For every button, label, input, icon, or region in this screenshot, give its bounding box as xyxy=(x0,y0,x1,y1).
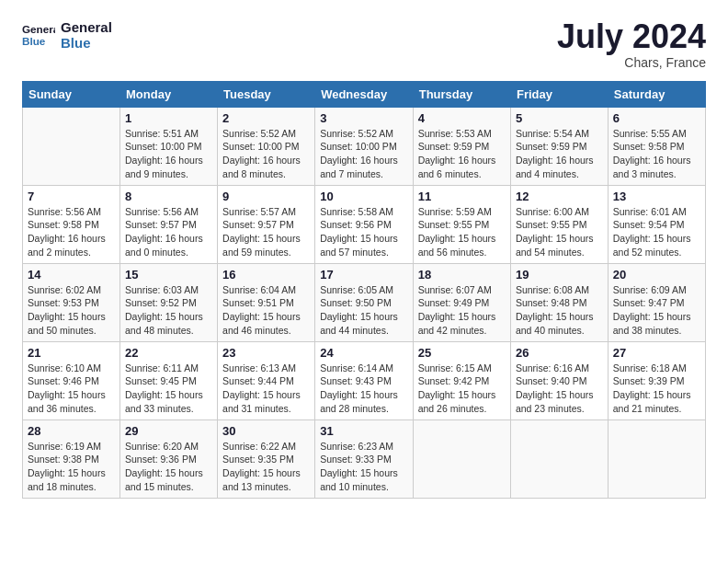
day-info: Sunrise: 6:03 AMSunset: 9:52 PMDaylight:… xyxy=(125,283,212,338)
calendar-cell: 26Sunrise: 6:16 AMSunset: 9:40 PMDayligh… xyxy=(510,341,608,419)
day-number: 28 xyxy=(28,424,115,438)
logo-text: GeneralBlue xyxy=(61,19,112,51)
day-info: Sunrise: 5:57 AMSunset: 9:57 PMDaylight:… xyxy=(222,205,310,259)
day-info: Sunrise: 6:18 AMSunset: 9:39 PMDaylight:… xyxy=(613,362,700,416)
svg-text:Blue: Blue xyxy=(22,35,46,47)
logo: General Blue GeneralBlue xyxy=(22,18,112,52)
day-info: Sunrise: 5:59 AMSunset: 9:55 PMDaylight:… xyxy=(418,205,506,259)
calendar-cell xyxy=(608,419,705,498)
day-info: Sunrise: 5:52 AMSunset: 10:00 PMDaylight… xyxy=(222,127,310,181)
calendar-cell: 5Sunrise: 5:54 AMSunset: 9:59 PMDaylight… xyxy=(510,107,608,185)
calendar-cell: 11Sunrise: 5:59 AMSunset: 9:55 PMDayligh… xyxy=(413,185,510,263)
day-info: Sunrise: 6:10 AMSunset: 9:46 PMDaylight:… xyxy=(28,362,115,416)
day-number: 6 xyxy=(613,111,700,125)
calendar-cell: 22Sunrise: 6:11 AMSunset: 9:45 PMDayligh… xyxy=(120,341,218,419)
svg-text:General: General xyxy=(22,23,55,35)
calendar-cell: 1Sunrise: 5:51 AMSunset: 10:00 PMDayligh… xyxy=(120,107,218,185)
calendar-cell: 23Sunrise: 6:13 AMSunset: 9:44 PMDayligh… xyxy=(218,341,315,419)
day-info: Sunrise: 5:52 AMSunset: 10:00 PMDaylight… xyxy=(320,127,408,181)
calendar-cell xyxy=(23,107,120,185)
title-area: July 2024 Chars, France xyxy=(557,18,706,70)
day-number: 8 xyxy=(125,190,212,203)
day-info: Sunrise: 5:56 AMSunset: 9:58 PMDaylight:… xyxy=(28,205,115,259)
calendar-cell: 24Sunrise: 6:14 AMSunset: 9:43 PMDayligh… xyxy=(315,341,414,419)
month-title: July 2024 xyxy=(557,18,706,55)
day-info: Sunrise: 6:04 AMSunset: 9:51 PMDaylight:… xyxy=(222,283,310,338)
day-info: Sunrise: 5:55 AMSunset: 9:58 PMDaylight:… xyxy=(613,127,700,181)
day-info: Sunrise: 5:58 AMSunset: 9:56 PMDaylight:… xyxy=(320,205,408,259)
col-header-saturday: Saturday xyxy=(608,81,705,107)
day-number: 31 xyxy=(320,424,408,438)
day-number: 24 xyxy=(320,346,408,360)
calendar-cell: 8Sunrise: 5:56 AMSunset: 9:57 PMDaylight… xyxy=(120,185,218,263)
day-number: 29 xyxy=(125,424,212,438)
calendar-cell: 4Sunrise: 5:53 AMSunset: 9:59 PMDaylight… xyxy=(413,107,510,185)
logo-icon: General Blue xyxy=(22,18,55,52)
day-number: 18 xyxy=(418,268,506,282)
day-number: 30 xyxy=(222,424,310,438)
day-number: 16 xyxy=(222,268,310,282)
calendar-cell: 10Sunrise: 5:58 AMSunset: 9:56 PMDayligh… xyxy=(315,185,414,263)
day-info: Sunrise: 5:51 AMSunset: 10:00 PMDaylight… xyxy=(125,127,212,181)
calendar-cell: 21Sunrise: 6:10 AMSunset: 9:46 PMDayligh… xyxy=(23,341,120,419)
calendar-cell xyxy=(510,419,608,498)
day-info: Sunrise: 6:23 AMSunset: 9:33 PMDaylight:… xyxy=(320,440,408,494)
day-number: 21 xyxy=(28,346,115,360)
day-number: 17 xyxy=(320,268,408,282)
week-row-2: 7Sunrise: 5:56 AMSunset: 9:58 PMDaylight… xyxy=(23,185,706,263)
day-info: Sunrise: 6:22 AMSunset: 9:35 PMDaylight:… xyxy=(222,440,310,494)
calendar-cell: 3Sunrise: 5:52 AMSunset: 10:00 PMDayligh… xyxy=(315,107,414,185)
day-info: Sunrise: 5:54 AMSunset: 9:59 PMDaylight:… xyxy=(516,127,603,181)
day-info: Sunrise: 6:05 AMSunset: 9:50 PMDaylight:… xyxy=(320,283,408,338)
calendar-cell: 2Sunrise: 5:52 AMSunset: 10:00 PMDayligh… xyxy=(218,107,315,185)
day-info: Sunrise: 6:20 AMSunset: 9:36 PMDaylight:… xyxy=(125,440,212,494)
day-number: 15 xyxy=(125,268,212,282)
location: Chars, France xyxy=(557,55,706,70)
calendar-cell: 30Sunrise: 6:22 AMSunset: 9:35 PMDayligh… xyxy=(218,419,315,498)
day-number: 25 xyxy=(418,346,506,360)
week-row-4: 21Sunrise: 6:10 AMSunset: 9:46 PMDayligh… xyxy=(23,341,706,419)
day-info: Sunrise: 6:09 AMSunset: 9:47 PMDaylight:… xyxy=(613,283,700,338)
week-row-1: 1Sunrise: 5:51 AMSunset: 10:00 PMDayligh… xyxy=(23,107,706,185)
day-number: 10 xyxy=(320,190,408,203)
day-number: 14 xyxy=(28,268,115,282)
calendar-cell: 6Sunrise: 5:55 AMSunset: 9:58 PMDaylight… xyxy=(608,107,705,185)
day-number: 19 xyxy=(516,268,603,282)
day-number: 5 xyxy=(516,111,603,125)
day-number: 2 xyxy=(222,111,310,125)
day-number: 9 xyxy=(222,190,310,203)
day-info: Sunrise: 6:13 AMSunset: 9:44 PMDaylight:… xyxy=(222,362,310,416)
calendar-cell: 17Sunrise: 6:05 AMSunset: 9:50 PMDayligh… xyxy=(315,263,414,341)
calendar-cell: 16Sunrise: 6:04 AMSunset: 9:51 PMDayligh… xyxy=(218,263,315,341)
day-number: 4 xyxy=(418,111,506,125)
calendar-cell xyxy=(413,419,510,498)
day-number: 12 xyxy=(516,190,603,203)
day-info: Sunrise: 6:11 AMSunset: 9:45 PMDaylight:… xyxy=(125,362,212,416)
week-row-3: 14Sunrise: 6:02 AMSunset: 9:53 PMDayligh… xyxy=(23,263,706,341)
calendar-cell: 12Sunrise: 6:00 AMSunset: 9:55 PMDayligh… xyxy=(510,185,608,263)
day-number: 27 xyxy=(613,346,700,360)
day-number: 11 xyxy=(418,190,506,203)
calendar-cell: 19Sunrise: 6:08 AMSunset: 9:48 PMDayligh… xyxy=(510,263,608,341)
calendar-cell: 31Sunrise: 6:23 AMSunset: 9:33 PMDayligh… xyxy=(315,419,414,498)
calendar-table: SundayMondayTuesdayWednesdayThursdayFrid… xyxy=(22,81,706,499)
calendar-cell: 7Sunrise: 5:56 AMSunset: 9:58 PMDaylight… xyxy=(23,185,120,263)
day-number: 22 xyxy=(125,346,212,360)
col-header-monday: Monday xyxy=(120,81,218,107)
header: General Blue GeneralBlue July 2024 Chars… xyxy=(22,18,706,70)
calendar-cell: 20Sunrise: 6:09 AMSunset: 9:47 PMDayligh… xyxy=(608,263,705,341)
calendar-cell: 27Sunrise: 6:18 AMSunset: 9:39 PMDayligh… xyxy=(608,341,705,419)
day-info: Sunrise: 6:16 AMSunset: 9:40 PMDaylight:… xyxy=(516,362,603,416)
day-info: Sunrise: 6:02 AMSunset: 9:53 PMDaylight:… xyxy=(28,283,115,338)
day-info: Sunrise: 6:14 AMSunset: 9:43 PMDaylight:… xyxy=(320,362,408,416)
day-number: 13 xyxy=(613,190,700,203)
day-info: Sunrise: 6:08 AMSunset: 9:48 PMDaylight:… xyxy=(516,283,603,338)
calendar-cell: 28Sunrise: 6:19 AMSunset: 9:38 PMDayligh… xyxy=(23,419,120,498)
col-header-wednesday: Wednesday xyxy=(315,81,414,107)
day-info: Sunrise: 5:56 AMSunset: 9:57 PMDaylight:… xyxy=(125,205,212,259)
calendar-header-row: SundayMondayTuesdayWednesdayThursdayFrid… xyxy=(23,81,706,107)
day-number: 26 xyxy=(516,346,603,360)
calendar-cell: 13Sunrise: 6:01 AMSunset: 9:54 PMDayligh… xyxy=(608,185,705,263)
day-number: 20 xyxy=(613,268,700,282)
day-info: Sunrise: 5:53 AMSunset: 9:59 PMDaylight:… xyxy=(418,127,506,181)
